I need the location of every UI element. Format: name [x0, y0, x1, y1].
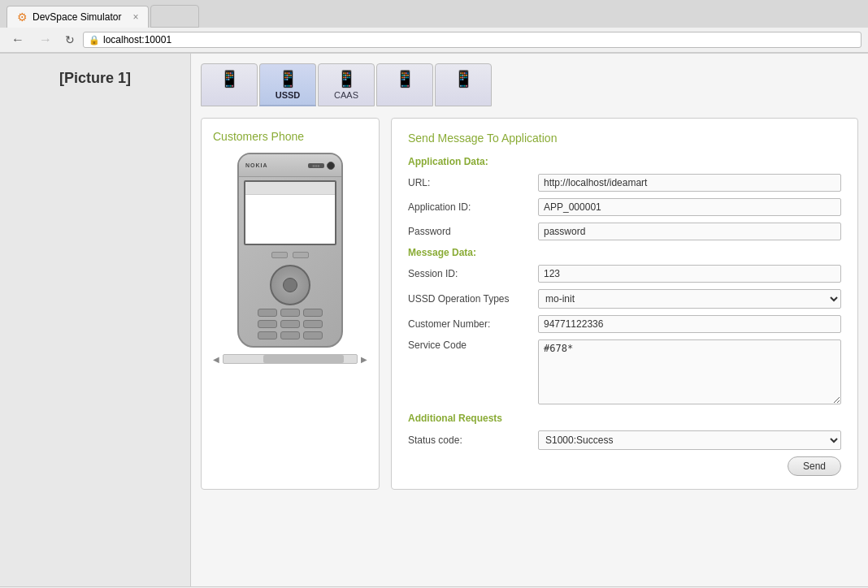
scroll-track[interactable]: [223, 354, 358, 364]
panels-row: Customers Phone NOKIA ≡≡≡: [201, 118, 858, 490]
phone-camera: [327, 162, 335, 170]
page-body: [Picture 1] 📱 📱 USSD 📱 CAAS 📱 📱: [0, 54, 868, 586]
password-row: Password password: [408, 223, 841, 240]
message-data-label: Message Data:: [408, 247, 841, 258]
status-code-select[interactable]: S1000:Success S1001:Failure: [538, 430, 841, 450]
tab-4[interactable]: 📱: [376, 63, 433, 106]
session-id-input[interactable]: 123: [538, 265, 841, 283]
customer-num-label: Customer Number:: [408, 318, 538, 330]
tab-ussd-label: USSD: [276, 90, 301, 100]
refresh-button[interactable]: ↻: [62, 32, 78, 48]
phone-keys-row-2: [258, 320, 323, 328]
url-row: URL: http://localhost/ideamart: [408, 174, 841, 192]
phone-body: NOKIA ≡≡≡: [237, 153, 343, 348]
sidebar: [Picture 1]: [0, 54, 191, 586]
password-input[interactable]: password: [538, 223, 841, 240]
app-id-label: Application ID:: [408, 201, 538, 213]
url-input[interactable]: http://localhost/ideamart: [538, 174, 841, 192]
url-label: URL:: [408, 177, 538, 188]
phone-dpad-center: [283, 278, 297, 292]
password-label: Password: [408, 226, 538, 237]
forward-button[interactable]: →: [34, 31, 57, 49]
panel-scrollbar: ◀ ▶: [213, 354, 367, 364]
tab-5-icon: 📱: [454, 69, 474, 89]
scroll-thumb: [263, 355, 343, 363]
scroll-right-arrow[interactable]: ▶: [361, 355, 367, 364]
phone-panel-title: Customers Phone: [213, 130, 367, 143]
phone-top-bar: NOKIA ≡≡≡: [239, 154, 341, 177]
send-button[interactable]: Send: [788, 456, 841, 476]
additional-requests-label: Additional Requests: [408, 413, 841, 424]
ussd-op-label: USSD Operation Types: [408, 293, 538, 305]
back-button[interactable]: ←: [7, 31, 29, 49]
tab-5[interactable]: 📱: [435, 63, 492, 106]
app-data-label: Application Data:: [408, 156, 841, 167]
ussd-op-select[interactable]: mo-init mo-cont mo-end mt-cont mt-end: [538, 289, 841, 309]
tab-caas-icon: 📱: [336, 69, 357, 89]
service-code-label: Service Code: [408, 339, 538, 351]
browser-tab[interactable]: ⚙ DevSpace Simulator ×: [7, 6, 149, 28]
customers-phone-panel: Customers Phone NOKIA ≡≡≡: [201, 118, 380, 490]
tab-ussd[interactable]: 📱 USSD: [259, 63, 316, 106]
customer-num-row: Customer Number: 94771122336: [408, 315, 841, 333]
ussd-op-row: USSD Operation Types mo-init mo-cont mo-…: [408, 289, 841, 309]
tab-caas[interactable]: 📱 CAAS: [318, 63, 375, 106]
tab-navigation: 📱 📱 USSD 📱 CAAS 📱 📱: [201, 63, 858, 106]
tab-caas-label: CAAS: [334, 90, 358, 100]
app-id-input[interactable]: APP_000001: [538, 198, 841, 216]
tab-1-icon: 📱: [219, 69, 240, 89]
status-code-row: Status code: S1000:Success S1001:Failure: [408, 430, 841, 450]
button-row: Send: [408, 456, 841, 476]
lock-icon: 🔒: [89, 35, 100, 45]
status-code-label: Status code:: [408, 435, 538, 446]
send-panel-title: Send Message To Application: [408, 132, 841, 145]
app-id-row: Application ID: APP_000001: [408, 198, 841, 216]
address-bar: 🔒 localhost:10001: [83, 32, 861, 48]
service-code-textarea[interactable]: #678*: [538, 339, 841, 404]
tab-4-icon: 📱: [395, 69, 415, 89]
send-message-panel: Send Message To Application Application …: [391, 118, 858, 490]
browser-tab-title: DevSpace Simulator: [33, 11, 121, 23]
browser-chrome: ⚙ DevSpace Simulator × ← → ↻ 🔒 localhost…: [0, 0, 868, 54]
phone-screen: [244, 180, 336, 245]
phone-nav-area: [239, 245, 341, 346]
picture-label: [Picture 1]: [59, 70, 131, 87]
session-id-label: Session ID:: [408, 268, 538, 279]
address-input[interactable]: localhost:10001: [103, 34, 856, 45]
browser-tab-icon: ⚙: [17, 11, 28, 24]
tab-1[interactable]: 📱: [201, 63, 258, 106]
main-content: 📱 📱 USSD 📱 CAAS 📱 📱: [191, 54, 868, 586]
tab-ussd-icon: 📱: [278, 69, 298, 89]
phone-keys-row-1: [258, 309, 323, 317]
phone-image-container: NOKIA ≡≡≡: [213, 153, 367, 348]
customer-num-input[interactable]: 94771122336: [538, 315, 841, 333]
nokia-logo: NOKIA: [245, 162, 268, 168]
browser-tab-close[interactable]: ×: [132, 11, 138, 23]
phone-dpad: [270, 265, 310, 305]
nav-bar: ← → ↻ 🔒 localhost:10001: [0, 28, 868, 53]
phone-keys-row-3: [258, 331, 323, 339]
session-id-row: Session ID: 123: [408, 265, 841, 283]
service-code-row: Service Code #678*: [408, 339, 841, 404]
scroll-left-arrow[interactable]: ◀: [213, 355, 219, 364]
tab-bar: ⚙ DevSpace Simulator ×: [0, 0, 868, 28]
